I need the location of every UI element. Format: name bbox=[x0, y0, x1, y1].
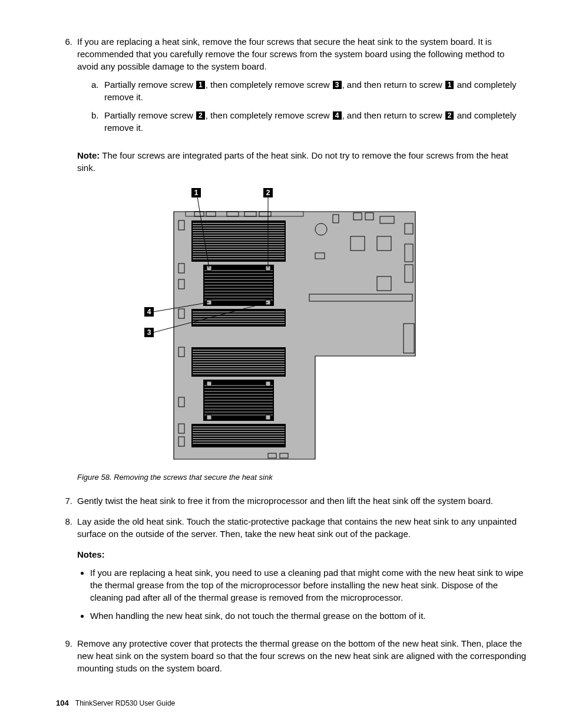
callout-2: 2 bbox=[445, 111, 454, 120]
callout-4: 4 bbox=[333, 111, 342, 120]
instruction-list: 6. If you are replacing a heat sink, rem… bbox=[56, 35, 527, 140]
page-number: 104 bbox=[56, 699, 69, 707]
alpha-label: a. bbox=[91, 78, 104, 103]
bullet-item: When handling the new heat sink, do not … bbox=[90, 610, 527, 622]
step-7: 7. Gently twist the heat sink to free it… bbox=[56, 495, 527, 507]
step-number: 8. bbox=[56, 515, 77, 629]
svg-rect-94 bbox=[207, 415, 211, 420]
svg-text:2: 2 bbox=[266, 189, 270, 197]
callout-1: 1 bbox=[445, 81, 454, 89]
svg-rect-95 bbox=[266, 415, 270, 420]
svg-text:3: 3 bbox=[147, 328, 151, 337]
instruction-list-cont: 7. Gently twist the heat sink to free it… bbox=[56, 495, 527, 674]
step-6: 6. If you are replacing a heat sink, rem… bbox=[56, 35, 527, 140]
figure-caption: Figure 58. Removing the screws that secu… bbox=[77, 472, 527, 483]
notes-bullets: If you are replacing a heat sink, you ne… bbox=[77, 566, 527, 622]
callout-1: 1 bbox=[196, 81, 205, 89]
step-text: Remove any protective cover that protect… bbox=[77, 637, 527, 674]
alpha-label: b. bbox=[91, 109, 104, 134]
note-label: Note: bbox=[77, 150, 100, 160]
system-board-diagram: 1 2 4 3 bbox=[144, 188, 421, 465]
step-text: Lay aside the old heat sink. Touch the s… bbox=[77, 516, 517, 539]
svg-text:1: 1 bbox=[194, 189, 199, 197]
step-8: 8. Lay aside the old heat sink. Touch th… bbox=[56, 515, 527, 629]
sub-step-a: a. Partially remove screw 1, then comple… bbox=[91, 78, 527, 103]
svg-text:4: 4 bbox=[147, 308, 151, 316]
heat-sink-lower bbox=[191, 347, 286, 447]
step-text: Gently twist the heat sink to free it fr… bbox=[77, 495, 527, 507]
sub-step-b: b. Partially remove screw 2, then comple… bbox=[91, 109, 527, 134]
page-footer: 104 ThinkServer RD530 User Guide bbox=[56, 698, 527, 709]
sub-steps: a. Partially remove screw 1, then comple… bbox=[91, 78, 527, 134]
note-text: The four screws are integrated parts of … bbox=[77, 150, 508, 173]
svg-rect-93 bbox=[266, 381, 270, 386]
doc-title: ThinkServer RD530 User Guide bbox=[75, 699, 175, 707]
figure-58: 1 2 4 3 bbox=[56, 188, 527, 465]
step-9: 9. Remove any protective cover that prot… bbox=[56, 637, 527, 674]
heat-sink-upper bbox=[191, 220, 286, 327]
bullet-item: If you are replacing a heat sink, you ne… bbox=[90, 566, 527, 604]
step-number: 6. bbox=[56, 35, 77, 140]
svg-rect-92 bbox=[207, 381, 211, 386]
notes-label: Notes: bbox=[77, 548, 527, 561]
step-number: 7. bbox=[56, 495, 77, 507]
callout-3: 3 bbox=[333, 81, 342, 89]
step-text: If you are replacing a heat sink, remove… bbox=[77, 37, 504, 71]
note-block: Note: The four screws are integrated par… bbox=[77, 149, 527, 174]
svg-rect-96 bbox=[191, 424, 286, 447]
callout-2: 2 bbox=[196, 111, 205, 120]
step-number: 9. bbox=[56, 637, 77, 674]
svg-rect-28 bbox=[191, 220, 286, 262]
